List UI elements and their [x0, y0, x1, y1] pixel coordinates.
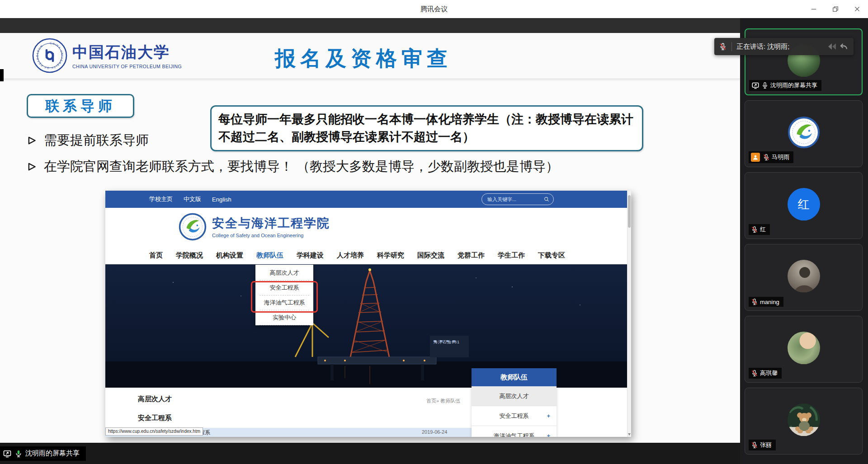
participant-tile[interactable]: 高琪馨	[745, 316, 863, 383]
avatar-college-logo	[788, 116, 820, 149]
scrollbar-down-arrow-icon[interactable]	[628, 433, 631, 436]
slide-header: CHINA UNIVERSITY OF PETROLEUM 中国石油大学 CHI…	[0, 33, 740, 79]
screen-share-icon	[3, 449, 12, 458]
nav-item-research[interactable]: 科学研究	[377, 251, 404, 260]
restore-button[interactable]	[825, 0, 846, 18]
side-menu-item-label: 海洋油气工程系	[494, 432, 535, 437]
avatar	[788, 332, 820, 364]
nav-item-discipline[interactable]: 学科建设	[297, 251, 324, 260]
bullet-item: 在学院官网查询老师联系方式，要找博导！ （教授大多数是博导，少数副教授也是博导）	[27, 158, 559, 176]
quota-note-box: 每位导师一年最多只能招收一名本博一体化培养学生（注：教授博导在读累计不超过二名、…	[210, 105, 643, 151]
mic-muted-icon	[763, 154, 770, 161]
participant-name: 沈明雨的屏幕共享	[770, 81, 817, 89]
nav-item-faculty[interactable]: 教师队伍	[256, 251, 283, 260]
row-date: 2019-06-24	[422, 429, 447, 435]
side-menu-item-label: 安全工程系	[500, 412, 529, 419]
arrow-bullet-icon	[27, 136, 37, 145]
site-topbar: 学校主页 中文版 English	[105, 191, 631, 208]
bullet-item: 需要提前联系导师	[27, 131, 149, 150]
content-heading: 安全工程系	[138, 414, 172, 422]
university-name-cn: 中国石油大学	[72, 42, 182, 63]
participant-tile[interactable]: 马明雨	[745, 100, 863, 167]
nav-item-students[interactable]: 学生工作	[498, 251, 525, 260]
site-search-box[interactable]	[481, 193, 554, 205]
presentation-slide: CHINA UNIVERSITY OF PETROLEUM 中国石油大学 CHI…	[0, 33, 740, 443]
undo-arrow-icon[interactable]	[838, 41, 849, 52]
speaking-label: 正在讲话: 沈明雨;	[736, 42, 790, 51]
nav-item-international[interactable]: 国际交流	[417, 251, 444, 260]
participant-name: 马明雨	[772, 153, 789, 161]
contact-advisor-tag: 联系导师	[27, 94, 134, 118]
screen-share-icon	[751, 81, 760, 89]
arrow-bullet-icon	[27, 162, 37, 172]
mic-icon	[761, 82, 769, 89]
college-name: 安全与海洋工程学院 College of Safety and Ocean En…	[212, 215, 330, 238]
site-nav: 首页 学院概况 机构设置 教师队伍 学科建设 人才培养 科学研究 国际交流 党群…	[105, 246, 631, 264]
plus-icon[interactable]: +	[547, 406, 550, 426]
plus-icon[interactable]: +	[547, 426, 550, 437]
screen-top-strip	[0, 18, 740, 33]
participant-label: 高琪馨	[749, 368, 782, 379]
participant-label: 沈明雨的屏幕共享	[749, 80, 821, 91]
topbar-link-chinese[interactable]: 中文版	[184, 195, 201, 203]
side-menu-item-offshore[interactable]: 海洋油气工程系 +	[472, 426, 557, 437]
topbar-link-school-home[interactable]: 学校主页	[149, 195, 173, 203]
scrollbar-thumb[interactable]	[628, 195, 631, 228]
participant-tile[interactable]: maning	[745, 244, 863, 311]
topbar-link-english[interactable]: English	[212, 196, 231, 203]
screen-share-label: 沈明雨的屏幕共享	[25, 449, 80, 458]
side-menu-item-safety[interactable]: 安全工程系 +	[472, 406, 557, 426]
university-name: 中国石油大学 CHINA UNIVERSITY OF PETROLEUM BEI…	[72, 42, 182, 69]
nav-item-downloads[interactable]: 下载专区	[538, 251, 565, 260]
nav-item-overview[interactable]: 学院概况	[176, 251, 203, 260]
nav-item-home[interactable]: 首页	[149, 251, 163, 260]
window-controls	[803, 0, 868, 18]
bullet-text: 需要提前联系导师	[44, 131, 149, 150]
screen-share-status: 沈明雨的屏幕共享	[0, 446, 86, 461]
nav-item-talent[interactable]: 人才培养	[337, 251, 364, 260]
bullet-text: 在学院官网查询老师联系方式，要找博导！ （教授大多数是博导，少数副教授也是博导）	[44, 158, 559, 176]
college-name-en: College of Safety and Ocean Engineering	[212, 233, 330, 238]
participant-name: 红	[760, 225, 766, 234]
bottom-bar: 沈明雨的屏幕共享	[0, 443, 740, 464]
shared-screen-region: CHINA UNIVERSITY OF PETROLEUM 中国石油大学 CHI…	[0, 18, 740, 464]
person-icon	[752, 154, 759, 160]
faculty-side-menu: 教师队伍 高层次人才 安全工程系 + 海洋油气工程系 +	[472, 368, 557, 437]
close-button[interactable]	[846, 0, 868, 18]
side-menu-header: 教师队伍	[472, 368, 557, 386]
minimize-button[interactable]	[803, 0, 825, 18]
close-icon	[853, 5, 861, 13]
nav-item-orgs[interactable]: 机构设置	[216, 251, 243, 260]
participant-name: maning	[760, 299, 779, 305]
mic-muted-icon	[751, 441, 758, 449]
side-menu-item-high-level[interactable]: 高层次人才	[472, 386, 557, 406]
nav-item-party[interactable]: 党群工作	[458, 251, 485, 260]
restore-icon	[831, 5, 840, 13]
university-logo: CHINA UNIVERSITY OF PETROLEUM 中国石油大学 CHI…	[32, 37, 182, 74]
search-input[interactable]	[487, 197, 543, 202]
college-name-cn: 安全与海洋工程学院	[212, 215, 330, 231]
rewind-icon[interactable]	[826, 41, 837, 52]
portrait-silhouette	[788, 260, 820, 292]
avatar-teddy-bear	[788, 403, 820, 436]
highlight-red-box	[251, 281, 318, 313]
site-scrollbar[interactable]	[627, 191, 631, 437]
mic-muted-icon	[751, 370, 758, 377]
window-titlebar: 腾讯会议	[0, 0, 868, 18]
participant-label: 马明雨	[749, 151, 793, 163]
minimize-icon	[810, 5, 818, 13]
search-icon	[543, 196, 550, 202]
teddy-bear-illustration	[788, 403, 820, 436]
college-logo-icon	[179, 213, 207, 241]
breadcrumb[interactable]: 首页» 教师队伍	[426, 398, 460, 404]
link-url-tooltip: https://www.cup.edu.cn/safety/szdw/index…	[105, 427, 203, 436]
avatar	[788, 260, 820, 292]
participant-tile[interactable]: 张丽	[745, 388, 863, 455]
participant-label: 红	[749, 224, 770, 235]
mic-muted-icon	[751, 298, 758, 305]
participant-tile[interactable]: 红 红	[745, 172, 863, 239]
dropdown-item-high-level[interactable]: 高层次人才	[259, 266, 309, 281]
website-screenshot: 学校主页 中文版 English 安全与海洋工程学院 College of Sa…	[105, 191, 631, 437]
edge-notch	[0, 69, 4, 81]
speaking-banner: 正在讲话: 沈明雨;	[714, 38, 854, 55]
